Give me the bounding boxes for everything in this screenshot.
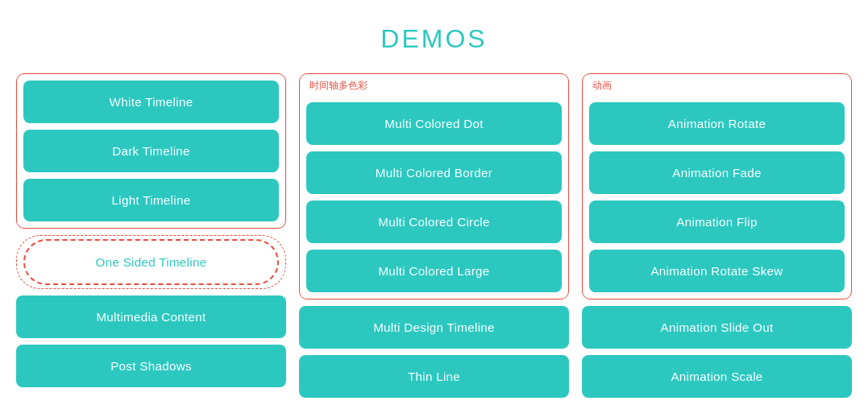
column-3: 动画 Animation Rotate Animation Fade Anima… — [582, 73, 852, 398]
post-shadows-button[interactable]: Post Shadows — [16, 345, 286, 387]
col3-extra-group: Animation Slide Out Animation Scale — [582, 306, 852, 398]
animation-slide-out-button[interactable]: Animation Slide Out — [582, 306, 852, 349]
animation-scale-button[interactable]: Animation Scale — [582, 355, 852, 398]
multi-colored-dot-button[interactable]: Multi Colored Dot — [306, 102, 562, 145]
col2-bordered-group: 时间轴多色彩 Multi Colored Dot Multi Colored B… — [299, 73, 569, 300]
multi-colored-border-button[interactable]: Multi Colored Border — [306, 151, 562, 194]
page-title: DEMOS — [380, 24, 487, 54]
white-timeline-button[interactable]: White Timeline — [23, 81, 279, 123]
animation-fade-button[interactable]: Animation Fade — [589, 151, 845, 194]
col3-bordered-group: 动画 Animation Rotate Animation Fade Anima… — [582, 73, 852, 300]
multi-colored-circle-button[interactable]: Multi Colored Circle — [306, 200, 562, 243]
col2-extra-group: Multi Design Timeline Thin Line — [299, 306, 569, 398]
col1-extra-group: Multimedia Content Post Shadows — [16, 295, 286, 387]
column-2: 时间轴多色彩 Multi Colored Dot Multi Colored B… — [299, 73, 569, 398]
light-timeline-button[interactable]: Light Timeline — [23, 179, 279, 221]
multi-colored-large-button[interactable]: Multi Colored Large — [306, 250, 562, 292]
thin-line-button[interactable]: Thin Line — [299, 355, 569, 398]
multimedia-content-button[interactable]: Multimedia Content — [16, 295, 286, 338]
animation-flip-button[interactable]: Animation Flip — [589, 200, 845, 243]
one-sided-timeline-button[interactable]: One Sided Timeline — [23, 239, 279, 285]
animation-rotate-skew-button[interactable]: Animation Rotate Skew — [589, 250, 845, 292]
col1-bordered-group: White Timeline Dark Timeline Light Timel… — [16, 73, 286, 229]
column-1: White Timeline Dark Timeline Light Timel… — [16, 73, 286, 398]
demo-grid: White Timeline Dark Timeline Light Timel… — [16, 73, 852, 398]
col3-label: 动画 — [589, 77, 845, 94]
animation-rotate-button[interactable]: Animation Rotate — [589, 102, 845, 145]
col1-dashed-group: One Sided Timeline — [16, 235, 286, 289]
dark-timeline-button[interactable]: Dark Timeline — [23, 130, 279, 172]
col2-label: 时间轴多色彩 — [306, 77, 562, 94]
multi-design-timeline-button[interactable]: Multi Design Timeline — [299, 306, 569, 349]
